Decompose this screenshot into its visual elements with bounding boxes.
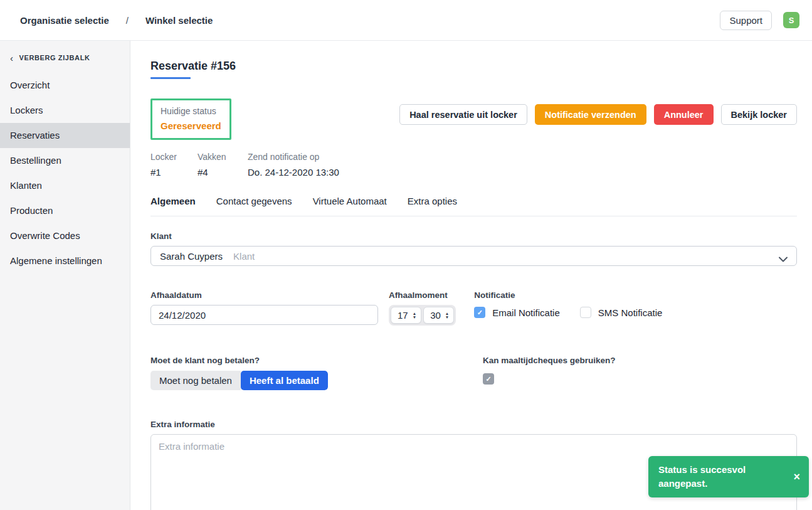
afhaaldatum-input[interactable]: [150, 305, 378, 325]
reservation-meta: Locker #1 Vakken #4 Zend notificatie op …: [150, 152, 797, 178]
sidebar-collapse-label: VERBERG ZIJBALK: [19, 54, 90, 61]
meta-zend-label: Zend notificatie op: [248, 152, 339, 162]
status-box: Huidige status Gereserveerd: [150, 98, 231, 140]
status-value: Gereserveerd: [161, 120, 221, 131]
tab-extra-opties[interactable]: Extra opties: [408, 196, 457, 206]
meta-vakken: Vakken #4: [198, 152, 248, 178]
notificatie-field-group: Notificatie ✓ Email Notificatie SMS Noti…: [474, 290, 662, 326]
notificatie-options: ✓ Email Notificatie SMS Notificatie: [474, 307, 662, 318]
chevron-down-icon: [779, 253, 788, 265]
stepper-arrows-icon[interactable]: ▲▼: [413, 312, 416, 319]
maaltijdcheques-checkbox[interactable]: ✓: [483, 373, 494, 385]
main-content: Reservatie #156 Huidige status Gereserve…: [130, 41, 812, 510]
sidebar-item-klanten[interactable]: Klanten: [0, 173, 130, 198]
status-label: Huidige status: [161, 106, 221, 116]
klant-select-placeholder: Klant: [233, 251, 255, 262]
afhaalmoment-label: Afhaalmoment: [389, 290, 456, 300]
sidebar-nav: Overzicht Lockers Reservaties Bestelling…: [0, 73, 130, 274]
meta-zend-notificatie: Zend notificatie op Do. 24-12-2020 13:30: [248, 152, 339, 178]
maaltijdcheques-field-group: Kan maaltijdcheques gebruiken? ✓: [483, 356, 616, 390]
sidebar-item-producten[interactable]: Producten: [0, 198, 130, 223]
action-buttons: Haal reservatie uit locker Notificatie v…: [399, 104, 797, 125]
email-notificatie-option[interactable]: ✓ Email Notificatie: [474, 307, 560, 318]
heeft-al-betaald-toggle[interactable]: Heeft al betaald: [241, 371, 328, 390]
hour-value: 17: [398, 310, 408, 321]
payment-row: Moet de klant nog betalen? Moet nog beta…: [150, 356, 797, 390]
meta-vakken-value: #4: [198, 167, 248, 178]
minute-stepper[interactable]: 30 ▲▼: [423, 307, 454, 324]
page-title: Reservatie #156: [150, 60, 797, 73]
klant-field-group: Klant Sarah Cuypers Klant: [150, 231, 797, 266]
meta-vakken-label: Vakken: [198, 152, 248, 162]
afhaalmoment-field-group: Afhaalmoment 17 ▲▼ 30 ▲▼: [389, 290, 456, 326]
haal-reservatie-uit-locker-button[interactable]: Haal reservatie uit locker: [399, 104, 527, 125]
afhaaldatum-field-group: Afhaaldatum: [150, 290, 378, 326]
email-notificatie-label: Email Notificatie: [492, 307, 560, 318]
breadcrumb: Organisatie selectie / Winkel selectie: [20, 15, 213, 26]
tab-contact-gegevens[interactable]: Contact gegevens: [216, 196, 292, 206]
close-icon[interactable]: ×: [793, 471, 800, 482]
avatar[interactable]: S: [783, 12, 799, 28]
meta-locker: Locker #1: [150, 152, 198, 178]
app-window: Organisatie selectie / Winkel selectie S…: [0, 0, 812, 510]
toast-notification: Status is succesvol aangepast. ×: [648, 456, 809, 497]
support-button[interactable]: Support: [720, 11, 772, 30]
betalen-label: Moet de klant nog betalen?: [150, 356, 483, 365]
maaltijdcheques-label: Kan maaltijdcheques gebruiken?: [483, 356, 616, 365]
check-icon: ✓: [485, 375, 491, 383]
klant-label: Klant: [150, 231, 797, 241]
sidebar-item-lockers[interactable]: Lockers: [0, 98, 130, 123]
status-actions-row: Huidige status Gereserveerd Haal reserva…: [150, 98, 797, 140]
sidebar-item-algemene-instellingen[interactable]: Algemene instellingen: [0, 248, 130, 274]
topbar: Organisatie selectie / Winkel selectie S…: [0, 0, 812, 41]
meta-locker-value: #1: [150, 167, 198, 178]
topbar-right: Support S: [720, 11, 799, 30]
notificatie-verzenden-button[interactable]: Notificatie verzenden: [535, 104, 646, 125]
hour-stepper[interactable]: 17 ▲▼: [391, 307, 421, 324]
check-icon: ✓: [477, 309, 483, 317]
extra-informatie-label: Extra informatie: [150, 420, 797, 429]
tab-virtuele-automaat[interactable]: Virtuele Automaat: [313, 196, 387, 206]
breadcrumb-organisatie[interactable]: Organisatie selectie: [20, 15, 109, 26]
sidebar-collapse-button[interactable]: ‹ VERBERG ZIJBALK: [0, 54, 130, 61]
tab-algemeen[interactable]: Algemeen: [150, 196, 196, 206]
notificatie-label: Notificatie: [474, 290, 662, 300]
meta-zend-value: Do. 24-12-2020 13:30: [248, 167, 339, 178]
breadcrumb-winkel[interactable]: Winkel selectie: [145, 15, 213, 26]
meta-locker-label: Locker: [150, 152, 198, 162]
klant-select[interactable]: Sarah Cuypers Klant: [150, 246, 797, 266]
breadcrumb-separator: /: [126, 15, 129, 26]
sidebar-item-reservaties[interactable]: Reservaties: [0, 123, 130, 148]
annuleer-button[interactable]: Annuleer: [654, 104, 714, 125]
tab-bar: Algemeen Contact gegevens Virtuele Autom…: [150, 196, 797, 216]
body-layout: ‹ VERBERG ZIJBALK Overzicht Lockers Rese…: [0, 41, 812, 510]
date-time-notif-row: Afhaaldatum Afhaalmoment 17 ▲▼ 30: [150, 290, 797, 326]
sidebar: ‹ VERBERG ZIJBALK Overzicht Lockers Rese…: [0, 41, 130, 510]
sidebar-item-overwrite-codes[interactable]: Overwrite Codes: [0, 223, 130, 248]
klant-select-value: Sarah Cuypers: [160, 251, 223, 262]
afhaalmoment-steppers: 17 ▲▼ 30 ▲▼: [389, 305, 456, 326]
moet-nog-betalen-toggle[interactable]: Moet nog betalen: [150, 371, 241, 390]
sms-notificatie-option[interactable]: SMS Notificatie: [580, 307, 663, 318]
betalen-field-group: Moet de klant nog betalen? Moet nog beta…: [150, 356, 483, 390]
sms-notificatie-label: SMS Notificatie: [598, 307, 663, 318]
bekijk-locker-button[interactable]: Bekijk locker: [721, 104, 797, 125]
title-underline: [150, 77, 191, 79]
chevron-left-icon: ‹: [10, 55, 14, 61]
minute-value: 30: [430, 310, 441, 321]
sidebar-item-bestellingen[interactable]: Bestellingen: [0, 148, 130, 173]
afhaaldatum-label: Afhaaldatum: [150, 290, 378, 300]
toast-message: Status is succesvol aangepast.: [658, 463, 787, 491]
stepper-arrows-icon[interactable]: ▲▼: [445, 312, 449, 319]
sms-notificatie-checkbox[interactable]: [580, 307, 591, 318]
email-notificatie-checkbox[interactable]: ✓: [474, 307, 485, 318]
sidebar-item-overzicht[interactable]: Overzicht: [0, 73, 130, 98]
betalen-toggle-group: Moet nog betalen Heeft al betaald: [150, 371, 328, 390]
